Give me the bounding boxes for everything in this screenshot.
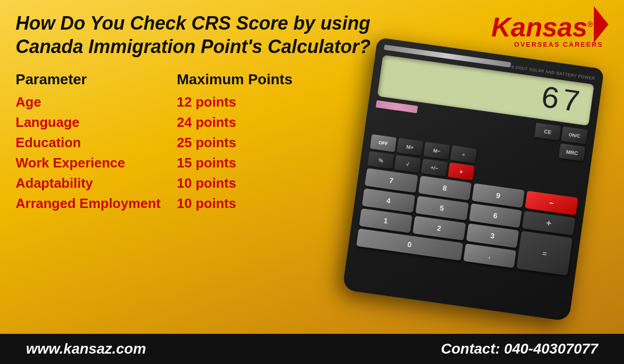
logo-block: Kansas® Overseas Careers <box>491 11 608 48</box>
logo-name: Kansas® <box>491 14 593 41</box>
calc-btn-plusminus[interactable]: +/− <box>421 159 448 176</box>
calc-btn-divide[interactable]: ÷ <box>450 146 477 163</box>
param-education: Education <box>16 135 177 151</box>
calc-key-dot[interactable]: . <box>463 243 516 268</box>
calc-btn-mminus[interactable]: M− <box>423 142 450 160</box>
footer-website: www.kansaz.com <box>26 341 146 357</box>
param-age: Age <box>16 94 177 110</box>
logo-name-row: Kansas® <box>491 11 608 43</box>
param-work-experience: Work Experience <box>16 155 177 171</box>
pink-strip <box>375 100 418 113</box>
calculator-container: 8 DIGIT SOLAR AND BATTERY POWER 67 CE ON… <box>359 52 614 322</box>
param-arranged-employment: Arranged Employment <box>16 196 177 212</box>
points-age: 12 points <box>177 94 236 110</box>
logo-arrow-icon <box>594 6 608 43</box>
calc-btn-multiply[interactable]: × <box>448 162 474 180</box>
calc-btn-off[interactable]: OFF <box>370 134 396 152</box>
title-line1: How Do You Check CRS Score by using <box>16 12 370 34</box>
calc-display-number: 67 <box>538 81 584 121</box>
points-arranged-employment: 10 points <box>177 196 236 212</box>
title-block: How Do You Check CRS Score by using Cana… <box>16 11 371 58</box>
logo-reg: ® <box>588 20 593 29</box>
calc-btn-mplus[interactable]: M+ <box>397 138 423 155</box>
calc-btn-onc[interactable]: ON/C <box>561 126 588 144</box>
points-work-experience: 15 points <box>177 155 236 171</box>
calc-btn-percent[interactable]: % <box>368 151 394 169</box>
calc-btn-ce[interactable]: CE <box>534 123 561 140</box>
calculator-body: 8 DIGIT SOLAR AND BATTERY POWER 67 CE ON… <box>342 37 604 321</box>
param-adaptability: Adaptability <box>16 175 177 191</box>
main-container: How Do You Check CRS Score by using Cana… <box>0 0 624 364</box>
col-param-header: Parameter <box>16 71 177 88</box>
calc-btn-mrc[interactable]: MRC <box>558 144 585 161</box>
col-points-header: Maximum Points <box>177 71 292 88</box>
calc-key-equals[interactable]: = <box>516 231 573 276</box>
calc-btn-sqrt[interactable]: √ <box>394 155 421 173</box>
title-line2: Canada Immigration Point's Calculator? <box>16 36 371 57</box>
param-language: Language <box>16 114 177 131</box>
page-title: How Do You Check CRS Score by using Cana… <box>16 11 371 58</box>
footer-contact: Contact: 040-40307077 <box>441 341 598 357</box>
points-education: 25 points <box>177 135 236 151</box>
points-adaptability: 10 points <box>177 175 236 191</box>
points-language: 24 points <box>177 114 236 131</box>
logo-kansas-text: Kansas <box>491 12 588 42</box>
footer: www.kansaz.com Contact: 040-40307077 <box>0 334 624 364</box>
